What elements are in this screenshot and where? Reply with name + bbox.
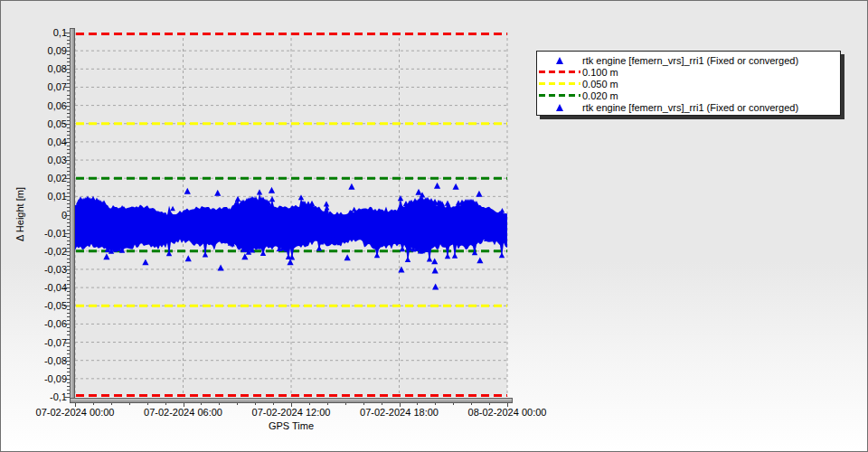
y-minor-tick (67, 390, 70, 391)
y-tick-label: -0,04 (1, 282, 67, 293)
y-major-tick (64, 33, 70, 33)
x-minor-tick (255, 403, 256, 405)
y-minor-tick (67, 334, 70, 335)
y-minor-tick (67, 298, 70, 299)
y-minor-tick (67, 262, 70, 263)
y-minor-tick (67, 120, 70, 121)
x-minor-tick (147, 403, 148, 405)
x-major-tick (400, 403, 401, 407)
y-minor-tick (67, 255, 70, 256)
x-minor-tick (453, 403, 454, 405)
y-minor-tick (67, 226, 70, 227)
y-major-tick (64, 397, 70, 398)
y-minor-tick (67, 284, 70, 285)
y-minor-tick (67, 153, 70, 154)
y-minor-tick (67, 43, 70, 44)
y-minor-tick (67, 219, 70, 220)
y-tick-label: -0,09 (1, 373, 67, 384)
y-minor-tick (67, 295, 70, 296)
y-minor-tick (67, 76, 70, 77)
legend-marker-cell (537, 94, 582, 97)
dash-line-icon (539, 71, 580, 73)
x-minor-tick (201, 403, 202, 405)
y-minor-tick (67, 83, 70, 84)
y-minor-tick (67, 40, 70, 41)
y-minor-tick (67, 277, 70, 278)
y-minor-tick (67, 207, 70, 208)
y-axis-line (70, 28, 75, 402)
y-tick-label: -0,06 (1, 318, 67, 329)
y-minor-tick (67, 350, 70, 351)
dash-line-icon (539, 82, 580, 85)
y-tick-label: -0,05 (1, 300, 67, 311)
x-minor-tick (129, 403, 130, 405)
y-major-tick (64, 160, 70, 161)
y-tick-label: -0,1 (1, 391, 67, 402)
y-minor-tick (67, 339, 70, 340)
y-minor-tick (67, 240, 70, 241)
y-tick-label: 0,05 (1, 118, 67, 129)
y-major-tick (64, 287, 70, 288)
x-minor-tick (489, 403, 490, 405)
y-minor-tick (67, 309, 70, 310)
y-minor-tick (67, 203, 70, 204)
x-minor-tick (111, 403, 112, 405)
legend-item-label: 0.050 m (582, 79, 618, 89)
y-minor-tick (67, 364, 70, 365)
y-minor-tick (67, 164, 70, 165)
y-minor-tick (67, 327, 70, 328)
y-minor-tick (67, 47, 70, 48)
y-minor-tick (67, 386, 70, 387)
y-major-tick (64, 324, 70, 325)
y-minor-tick (67, 353, 70, 354)
y-minor-tick (67, 346, 70, 347)
y-minor-tick (67, 266, 70, 267)
x-minor-tick (471, 403, 472, 405)
y-minor-tick (67, 102, 70, 103)
y-major-tick (64, 87, 70, 88)
y-minor-tick (67, 222, 70, 223)
y-minor-tick (67, 182, 70, 183)
y-minor-tick (67, 357, 70, 358)
x-minor-tick (219, 403, 220, 405)
y-major-tick (64, 196, 70, 197)
y-tick-label: 0,02 (1, 173, 67, 184)
y-major-tick (64, 106, 70, 107)
y-tick-label: 0,06 (1, 100, 67, 111)
x-minor-tick (309, 403, 310, 405)
y-minor-tick (67, 72, 70, 73)
x-minor-tick (273, 403, 274, 405)
triangle-marker-icon (556, 57, 563, 64)
y-minor-tick (67, 316, 70, 317)
y-minor-tick (67, 244, 70, 245)
y-minor-tick (67, 291, 70, 292)
y-major-tick (64, 251, 70, 252)
y-minor-tick (67, 189, 70, 190)
x-major-tick (291, 403, 292, 407)
y-minor-tick (67, 61, 70, 62)
y-minor-tick (67, 80, 70, 80)
y-tick-label: 0,04 (1, 137, 67, 147)
y-minor-tick (67, 58, 70, 59)
x-axis-title: GPS Time (75, 420, 507, 431)
x-tick-label: 07-02-2024 18:00 (360, 407, 439, 418)
x-minor-tick (327, 403, 328, 405)
y-minor-tick (67, 95, 70, 96)
y-minor-tick (67, 259, 70, 259)
plot-area (75, 33, 507, 397)
legend-item-label: rtk engine [femern_vrs]_rri1 (Fixed or c… (582, 55, 798, 66)
y-minor-tick (67, 54, 70, 55)
y-minor-tick (67, 90, 70, 91)
y-tick-label: 0,01 (1, 191, 67, 202)
legend-marker-cell (537, 82, 582, 85)
x-major-tick (184, 403, 184, 407)
y-major-tick (64, 379, 70, 380)
y-minor-tick (67, 156, 70, 157)
y-tick-label: 0,03 (1, 155, 67, 165)
x-tick-label: 07-02-2024 06:00 (144, 407, 222, 418)
y-major-tick (64, 343, 70, 344)
y-tick-label: -0,01 (1, 228, 67, 239)
y-tick-label: 0,07 (1, 81, 67, 92)
x-minor-tick (382, 403, 382, 405)
x-minor-tick (345, 403, 346, 405)
